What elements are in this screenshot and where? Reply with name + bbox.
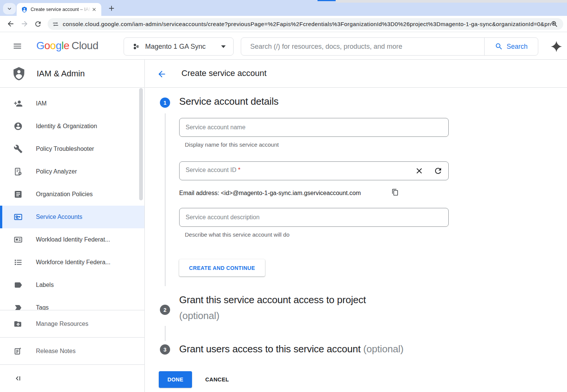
- back-button[interactable]: [6, 19, 15, 28]
- person-add-icon: [14, 99, 23, 108]
- wrench-icon: [14, 144, 23, 153]
- tab-title: Create service account – IAM &: [31, 7, 91, 12]
- sidebar-item-iam[interactable]: IAM: [0, 92, 144, 115]
- site-settings-icon[interactable]: [52, 21, 59, 28]
- gcp-app-bar: GoogleCloud Magento 1 GA Sync Search (/)…: [0, 32, 567, 60]
- chevron-down-icon: [6, 5, 13, 12]
- person-circle-icon: [14, 122, 23, 131]
- service-account-id-field: Service account ID *: [179, 161, 449, 180]
- service-account-description-field: [179, 208, 449, 227]
- clear-id-icon[interactable]: [415, 166, 424, 175]
- url-text: console.cloud.google.com/iam-admin/servi…: [63, 21, 551, 27]
- arrow-back-icon: [6, 20, 15, 28]
- new-tab-button[interactable]: [107, 3, 116, 13]
- sidebar-item-release-notes[interactable]: Release Notes: [0, 338, 144, 365]
- zoom-in-icon[interactable]: [551, 20, 558, 28]
- done-button[interactable]: DONE: [159, 371, 192, 388]
- plus-icon: [107, 4, 116, 12]
- sidebar-item-policy-troubleshooter[interactable]: Policy Troubleshooter: [0, 138, 144, 160]
- search-placeholder: Search (/) for resources, docs, products…: [250, 43, 484, 51]
- search-button-label: Search: [507, 43, 527, 51]
- collapse-sidebar-icon: [14, 374, 23, 383]
- iam-shield-icon: [12, 67, 26, 81]
- tab-strip: Create service account – IAM &: [0, 0, 567, 16]
- description-helper-text: Describe what this service account will …: [185, 231, 290, 238]
- step-1-indicator: 1: [160, 98, 170, 108]
- window-edge-accent: [318, 0, 336, 1]
- logo-letter: o: [50, 40, 56, 51]
- service-account-key-icon: [14, 212, 23, 222]
- step-2-optional: (optional): [179, 310, 219, 322]
- project-picker-button[interactable]: Magento 1 GA Sync: [124, 37, 234, 56]
- sidebar-item-label: Labels: [36, 282, 54, 288]
- sidebar-item-label: IAM: [36, 100, 46, 107]
- step-3-optional: (optional): [363, 343, 403, 355]
- browser-window: Create service account – IAM & console.c…: [0, 0, 567, 392]
- search-button[interactable]: Search: [484, 38, 538, 55]
- project-name: Magento 1 GA Sync: [145, 43, 221, 51]
- step-connector: [165, 113, 166, 286]
- sidebar-item-policy-analyzer[interactable]: Policy Analyzer: [0, 160, 144, 183]
- global-search-bar[interactable]: Search (/) for resources, docs, products…: [241, 37, 538, 56]
- page-back-button[interactable]: [157, 69, 167, 79]
- sidebar-item-label: Policy Troubleshooter: [36, 146, 94, 152]
- logo-cloud-text: Cloud: [71, 40, 98, 51]
- doc-search-icon: [14, 167, 23, 176]
- url-bar[interactable]: console.cloud.google.com/iam-admin/servi…: [48, 18, 563, 30]
- reload-button[interactable]: [33, 19, 42, 28]
- window-edge: [336, 0, 567, 3]
- logo-letter: g: [56, 40, 61, 51]
- create-and-continue-button[interactable]: CREATE AND CONTINUE: [179, 259, 265, 276]
- sidebar-item-workforce-identity-federation[interactable]: Workforce Identity Federa...: [0, 251, 144, 274]
- sidebar-scrollbar[interactable]: [139, 88, 143, 200]
- service-account-name-input[interactable]: [179, 118, 449, 137]
- hamburger-icon: [12, 41, 22, 51]
- iam-shield-favicon-icon: [21, 6, 28, 13]
- browser-toolbar: console.cloud.google.com/iam-admin/servi…: [0, 16, 567, 32]
- caret-down-icon: [221, 45, 226, 48]
- sidebar-item-identity-organization[interactable]: Identity & Organization: [0, 115, 144, 138]
- tab-close-icon[interactable]: [91, 6, 98, 13]
- sidebar-item-organization-policies[interactable]: Organization Policies: [0, 183, 144, 206]
- sidebar-item-workload-identity-federation[interactable]: Workload Identity Federat...: [0, 228, 144, 251]
- project-hexagons-icon: [132, 42, 141, 51]
- sidebar-title: IAM & Admin: [37, 69, 85, 79]
- iam-admin-sidebar: IAM & Admin IAM Identity & Organization …: [0, 60, 145, 392]
- name-helper-text: Display name for this service account: [185, 141, 279, 148]
- google-cloud-logo[interactable]: GoogleCloud: [36, 40, 98, 52]
- cancel-button[interactable]: CANCEL: [199, 371, 235, 388]
- sidebar-item-labels[interactable]: Labels: [0, 274, 144, 296]
- badge-card-icon: [14, 235, 23, 244]
- sidebar-item-manage-resources[interactable]: Manage Resources: [0, 310, 144, 338]
- page-title: Create service account: [181, 68, 266, 78]
- tab-list-button[interactable]: [3, 3, 16, 14]
- bullet-list-icon: [14, 258, 23, 267]
- browser-tab[interactable]: Create service account – IAM &: [17, 3, 101, 16]
- page-header: Create service account: [145, 60, 567, 88]
- sidebar-item-label: Manage Resources: [36, 321, 88, 327]
- sidebar-item-label: Policy Analyzer: [36, 168, 77, 175]
- forward-button[interactable]: [20, 19, 29, 28]
- main-menu-button[interactable]: [12, 41, 22, 51]
- copy-icon[interactable]: [392, 189, 399, 196]
- sidebar-item-label: Workforce Identity Federa...: [36, 259, 110, 266]
- doc-lines-icon: [14, 190, 23, 199]
- search-icon: [495, 42, 503, 51]
- sidebar-item-service-accounts[interactable]: Service Accounts: [0, 206, 144, 228]
- refresh-icon: [34, 20, 42, 28]
- sidebar-item-label: Release Notes: [36, 348, 76, 355]
- service-account-id-input[interactable]: [179, 161, 449, 180]
- step-1-title: Service account details: [179, 96, 279, 107]
- sidebar-item-label: Organization Policies: [36, 191, 93, 198]
- regenerate-id-icon[interactable]: [434, 166, 443, 175]
- sidebar-item-label: Workload Identity Federat...: [36, 236, 110, 243]
- logo-letter: e: [64, 40, 69, 51]
- main-content: Create service account 1 Service account…: [145, 60, 567, 392]
- collapse-sidebar-button[interactable]: [0, 365, 144, 392]
- service-account-name-field: [179, 118, 449, 137]
- service-account-description-input[interactable]: [179, 208, 449, 227]
- step-2-indicator: 2: [160, 305, 170, 315]
- gemini-sparkle-icon[interactable]: [550, 40, 563, 53]
- sidebar-header: IAM & Admin: [0, 60, 144, 88]
- step-3-indicator: 3: [160, 344, 170, 355]
